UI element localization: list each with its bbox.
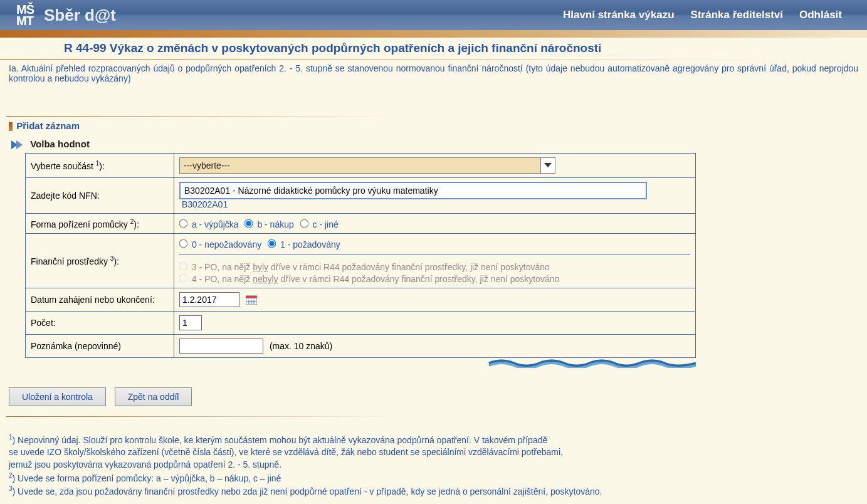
label-part: Vyberte součást 1): bbox=[26, 154, 174, 178]
row-part: Vyberte součást 1): ---vyberte--- bbox=[26, 154, 696, 178]
label-count: Počet: bbox=[26, 312, 174, 335]
divider bbox=[6, 416, 440, 417]
label-code: Zadejte kód NFN: bbox=[26, 178, 174, 214]
svg-marker-2 bbox=[544, 163, 552, 167]
svg-marker-1 bbox=[16, 140, 23, 149]
row-date: Datum zahájení nebo ukončení: bbox=[26, 288, 696, 312]
divider bbox=[6, 116, 440, 117]
row-code: Zadejte kód NFN: B30202A01 bbox=[26, 178, 696, 214]
part-select-value[interactable]: ---vyberte--- bbox=[179, 157, 541, 174]
wave-decoration-icon bbox=[25, 358, 696, 368]
nav-link-main[interactable]: Hlavní stránka výkazu bbox=[563, 9, 675, 21]
radio-fin-0[interactable]: 0 - nepožadovány bbox=[179, 239, 261, 249]
top-bar: MŠ MT Sběr d@t Hlavní stránka výkazu Str… bbox=[0, 0, 867, 30]
footnotes: 1) Nepovinný údaj. Slouží pro kontrolu š… bbox=[9, 433, 858, 498]
app-name: Sběr d@t bbox=[44, 6, 116, 25]
page-title: R 44-99 Výkaz o změnách v poskytovaných … bbox=[0, 38, 867, 59]
banner-gradient bbox=[0, 30, 867, 38]
radio-form-a[interactable]: a - výpůjčka bbox=[179, 219, 239, 229]
section-values: Volba hodnot bbox=[0, 137, 867, 152]
label-finance: Finanční prostředky 3): bbox=[26, 234, 174, 288]
label-note: Poznámka (nepovinné) bbox=[26, 335, 174, 358]
radio-fin-1[interactable]: 1 - požadovány bbox=[268, 239, 340, 249]
save-button[interactable]: Uložení a kontrola bbox=[9, 387, 106, 406]
radio-form-c[interactable]: c - jiné bbox=[300, 219, 339, 229]
label-form: Forma pořízení pomůcky 2): bbox=[26, 214, 174, 234]
row-count: Počet: bbox=[26, 312, 696, 335]
button-row: Uložení a kontrola Zpět na oddíl bbox=[9, 387, 867, 406]
code-input[interactable] bbox=[179, 182, 647, 199]
divider bbox=[179, 255, 690, 255]
logo-msmt: MŠ MT bbox=[16, 4, 34, 26]
date-input[interactable] bbox=[179, 292, 239, 307]
calendar-icon[interactable] bbox=[246, 295, 257, 307]
radio-fin-4[interactable]: 4 - PO, na nějž nebyly dříve v rámci R44… bbox=[179, 274, 559, 284]
accent-icon bbox=[9, 122, 13, 131]
divider bbox=[0, 59, 867, 60]
main-nav: Hlavní stránka výkazu Stránka ředitelstv… bbox=[563, 9, 867, 21]
row-form: Forma pořízení pomůcky 2): a - výpůjčka … bbox=[26, 214, 696, 234]
row-note: Poznámka (nepovinné) (max. 10 znaků) bbox=[26, 335, 696, 358]
part-select[interactable]: ---vyberte--- bbox=[179, 157, 555, 174]
part-select-dropdown-button[interactable] bbox=[540, 157, 555, 174]
note-hint: (max. 10 znaků) bbox=[270, 341, 332, 351]
intro-text: Ia. Aktuální přehled rozpracovaných údaj… bbox=[0, 61, 867, 88]
chevron-down-icon bbox=[544, 163, 552, 168]
chevron-right-icon bbox=[11, 140, 24, 149]
code-short: B30202A01 bbox=[182, 199, 228, 209]
radio-form-b[interactable]: b - nákup bbox=[244, 219, 293, 229]
logo: MŠ MT Sběr d@t bbox=[16, 4, 116, 26]
nav-link-director[interactable]: Stránka ředitelství bbox=[691, 9, 783, 21]
section-add-record: Přidat záznam bbox=[0, 118, 867, 137]
count-input[interactable] bbox=[179, 315, 202, 330]
back-button[interactable]: Zpět na oddíl bbox=[115, 387, 192, 406]
svg-rect-4 bbox=[246, 296, 257, 298]
note-input[interactable] bbox=[179, 339, 263, 354]
label-date: Datum zahájení nebo ukončení: bbox=[26, 288, 174, 312]
row-finance: Finanční prostředky 3): 0 - nepožadovány… bbox=[26, 234, 696, 288]
form-table: Vyberte součást 1): ---vyberte--- Zadejt… bbox=[25, 153, 696, 358]
nav-link-logout[interactable]: Odhlásit bbox=[799, 9, 842, 21]
radio-fin-3[interactable]: 3 - PO, na nějž byly dříve v rámci R44 p… bbox=[179, 262, 550, 272]
